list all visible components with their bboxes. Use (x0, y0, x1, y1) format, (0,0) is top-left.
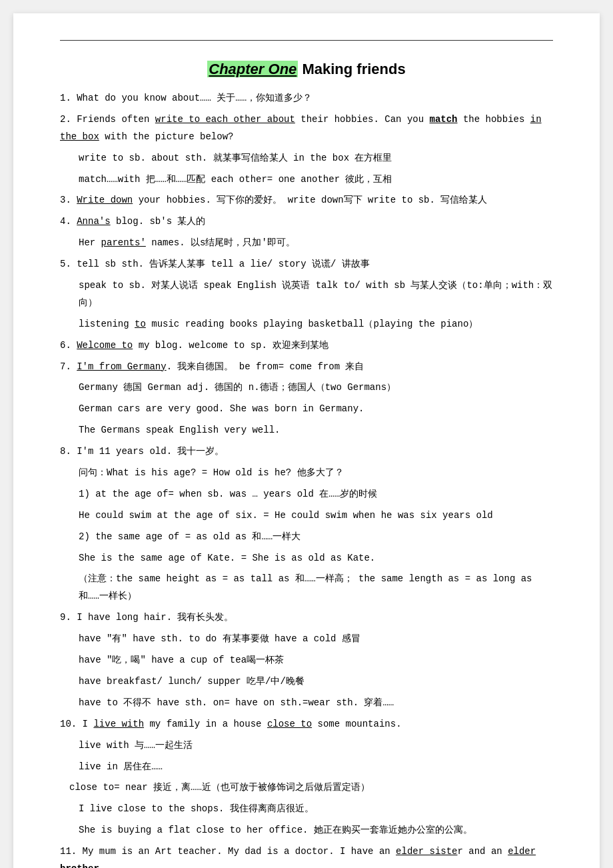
item-8-note6: （注意：the same height as = as tall as 和……一… (79, 571, 553, 605)
item-5-note1: speak to sb. 对某人说话 speak English 说英语 tal… (79, 277, 553, 312)
item-5: 5. tell sb sth. 告诉某人某事 tell a lie/ story… (60, 256, 553, 273)
item-9-note2: have "吃，喝" have a cup of tea喝一杯茶 (79, 652, 553, 669)
item-10-note3: close to= near 接近，离……近（也可放于被修饰词之后做后置定语） (69, 779, 553, 797)
item-3: 3. Write down your hobbies. 写下你的爱好。 writ… (60, 192, 553, 209)
item-9-note3: have breakfast/ lunch/ supper 吃早/中/晚餐 (79, 673, 553, 691)
item-10-note2: live in 居住在…… (79, 759, 553, 776)
item-9: 9. I have long hair. 我有长头发。 (60, 609, 553, 627)
item-8-note4: 2) the same age of = as old as 和……一样大 (79, 529, 553, 546)
item-10-note1: live with 与……一起生活 (79, 737, 553, 755)
item-2-note1: write to sb. about sth. 就某事写信给某人 in the … (79, 150, 553, 167)
main-content: 1. What do you know about…… 关于……，你知道多少？ … (60, 90, 553, 868)
item-8-note1: 问句：What is his age? = How old is he? 他多大… (79, 465, 553, 482)
top-border (60, 40, 553, 41)
item-4-note: Her parents' names. 以s结尾时，只加'即可。 (79, 235, 553, 252)
item-2-note2: match……with 把……和……匹配 each other= one ano… (79, 171, 553, 189)
item-7-note1: Germany 德国 German adj. 德国的 n.德语；德国人（two … (79, 379, 553, 397)
item-2: 2. Friends often write to each other abo… (60, 111, 553, 146)
page-title: Chapter One Making friends (60, 61, 553, 78)
item-6: 6. Welcome to my blog. welcome to sp. 欢迎… (60, 337, 553, 355)
item-10-note5: She is buying a flat close to her office… (79, 822, 553, 839)
item-8-note2: 1) at the age of= when sb. was … years o… (79, 486, 553, 503)
item-9-note1: have "有" have sth. to do 有某事要做 have a co… (79, 631, 553, 648)
item-8: 8. I'm 11 years old. 我十一岁。 (60, 443, 553, 461)
title-making-friends: Making friends (298, 61, 405, 77)
item-5-note2: listening to music reading books playing… (79, 316, 553, 333)
item-7: 7. I'm from Germany. 我来自德国。 be from= com… (60, 359, 553, 376)
item-7-note2: German cars are very good. She was born … (79, 401, 553, 418)
item-7-note3: The Germans speak English very well. (79, 422, 553, 439)
item-1: 1. What do you know about…… 关于……，你知道多少？ (60, 90, 553, 107)
item-8-note5: She is the same age of Kate. = She is as… (79, 550, 553, 567)
chapter-one-label: Chapter One (207, 61, 298, 77)
item-11: 11. My mum is an Art teacher. My dad is … (60, 843, 553, 868)
page: Chapter One Making friends 1. What do yo… (13, 13, 600, 868)
item-10: 10. I live with my family in a house clo… (60, 716, 553, 733)
item-8-note3: He could swim at the age of six. = He co… (79, 507, 553, 525)
item-4: 4. Anna's blog. sb's 某人的 (60, 213, 553, 231)
item-9-note4: have to 不得不 have sth. on= have on sth.=w… (79, 695, 553, 712)
item-10-note4: I live close to the shops. 我住得离商店很近。 (79, 801, 553, 818)
